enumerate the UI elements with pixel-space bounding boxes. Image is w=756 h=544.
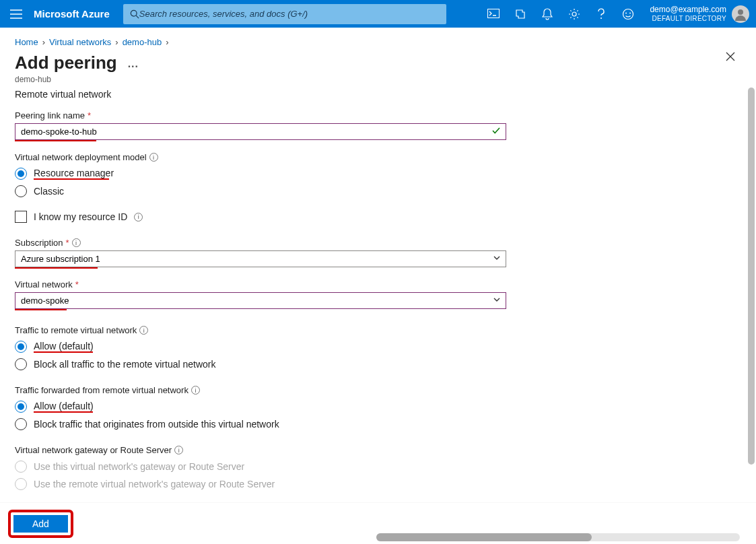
svg-point-4 <box>600 18 602 19</box>
section-remote-vnet: Remote virtual network <box>15 89 732 100</box>
chevron-right-icon: › <box>166 37 168 47</box>
notifications-icon[interactable] <box>534 0 561 28</box>
radio-block-traffic-to-remote[interactable]: Block all traffic to the remote virtual … <box>15 358 732 370</box>
deployment-model-label: Virtual network deployment model i <box>15 152 732 162</box>
add-button[interactable]: Add <box>13 515 68 533</box>
subscription-dropdown[interactable] <box>15 250 506 267</box>
breadcrumb: Home › Virtual networks › demo-hub › <box>0 28 756 47</box>
page-header: Add peering ··· <box>0 47 756 75</box>
settings-icon[interactable] <box>561 0 588 28</box>
directories-icon[interactable] <box>507 0 534 28</box>
svg-point-8 <box>738 9 743 15</box>
feedback-icon[interactable] <box>615 0 642 28</box>
highlight-underline <box>15 309 67 310</box>
avatar-icon <box>732 5 749 23</box>
more-icon[interactable]: ··· <box>128 61 139 73</box>
traffic-forwarded-label: Traffic forwarded from remote virtual ne… <box>15 385 732 395</box>
search-icon <box>130 9 139 19</box>
radio-icon <box>15 478 27 490</box>
cloud-shell-icon[interactable] <box>480 0 507 28</box>
topbar: Microsoft Azure demo@example.com DEFAULT… <box>0 0 756 28</box>
search-box[interactable] <box>123 4 446 24</box>
chevron-right-icon: › <box>115 37 118 47</box>
gateway-label: Virtual network gateway or Route Server … <box>15 445 732 455</box>
close-icon[interactable] <box>725 51 736 62</box>
horizontal-scrollbar[interactable] <box>376 533 740 541</box>
account-directory: DEFAULT DIRECTORY <box>650 14 726 24</box>
peering-link-name-input[interactable] <box>15 123 506 140</box>
radio-resource-manager[interactable]: Resource manager <box>15 168 732 180</box>
info-icon[interactable]: i <box>149 153 158 162</box>
highlight-underline <box>15 267 98 269</box>
footer-bar: Add <box>0 502 756 544</box>
svg-rect-2 <box>488 9 500 18</box>
radio-icon <box>15 401 27 413</box>
traffic-to-remote-label: Traffic to remote virtual network i <box>15 325 732 335</box>
peering-link-name-label: Peering link name* <box>15 110 732 121</box>
page-title: Add peering <box>15 53 117 73</box>
radio-icon <box>15 168 27 180</box>
breadcrumb-home[interactable]: Home <box>15 37 38 47</box>
highlight-underline <box>34 178 109 180</box>
virtual-network-label: Virtual network* <box>15 279 732 290</box>
account-menu[interactable]: demo@example.com DEFAULT DIRECTORY <box>642 5 756 24</box>
radio-use-remote-gateway: Use the remote virtual network's gateway… <box>15 478 732 490</box>
brand-label[interactable]: Microsoft Azure <box>34 8 110 20</box>
info-icon[interactable]: i <box>174 446 183 454</box>
breadcrumb-current[interactable]: demo-hub <box>123 37 162 47</box>
checkbox-icon <box>15 211 27 223</box>
account-email: demo@example.com <box>650 5 726 14</box>
svg-point-0 <box>131 10 137 16</box>
chevron-right-icon: › <box>42 37 45 47</box>
add-button-highlight: Add <box>8 510 73 538</box>
radio-allow-forwarded[interactable]: Allow (default) <box>15 401 732 413</box>
svg-line-1 <box>136 15 139 18</box>
radio-icon <box>15 341 27 353</box>
svg-point-5 <box>623 9 633 19</box>
radio-icon <box>15 185 27 197</box>
vertical-scrollbar[interactable] <box>748 88 755 497</box>
search-input[interactable] <box>139 9 440 19</box>
breadcrumb-vnets[interactable]: Virtual networks <box>49 37 111 47</box>
radio-icon <box>15 358 27 370</box>
highlight-underline <box>15 140 96 141</box>
radio-icon <box>15 461 27 473</box>
know-resource-id-checkbox[interactable]: I know my resource ID i <box>15 211 732 223</box>
radio-allow-traffic-to-remote[interactable]: Allow (default) <box>15 341 732 353</box>
info-icon[interactable]: i <box>139 326 148 335</box>
virtual-network-dropdown[interactable] <box>15 292 506 309</box>
subscription-label: Subscription* i <box>15 238 732 248</box>
help-icon[interactable] <box>588 0 615 28</box>
hamburger-icon[interactable] <box>0 9 32 19</box>
radio-classic[interactable]: Classic <box>15 185 732 197</box>
radio-icon <box>15 418 27 430</box>
checkmark-icon <box>491 126 501 135</box>
svg-point-3 <box>572 12 576 16</box>
radio-block-forwarded[interactable]: Block traffic that originates from outsi… <box>15 418 732 430</box>
info-icon[interactable]: i <box>134 213 143 222</box>
form-area: Remote virtual network Peering link name… <box>0 85 747 497</box>
highlight-underline <box>34 411 93 413</box>
radio-use-this-gateway: Use this virtual network's gateway or Ro… <box>15 461 732 473</box>
highlight-underline <box>34 351 93 353</box>
info-icon[interactable]: i <box>72 238 81 247</box>
svg-point-6 <box>625 12 627 13</box>
svg-point-7 <box>629 12 631 13</box>
info-icon[interactable]: i <box>191 386 200 395</box>
